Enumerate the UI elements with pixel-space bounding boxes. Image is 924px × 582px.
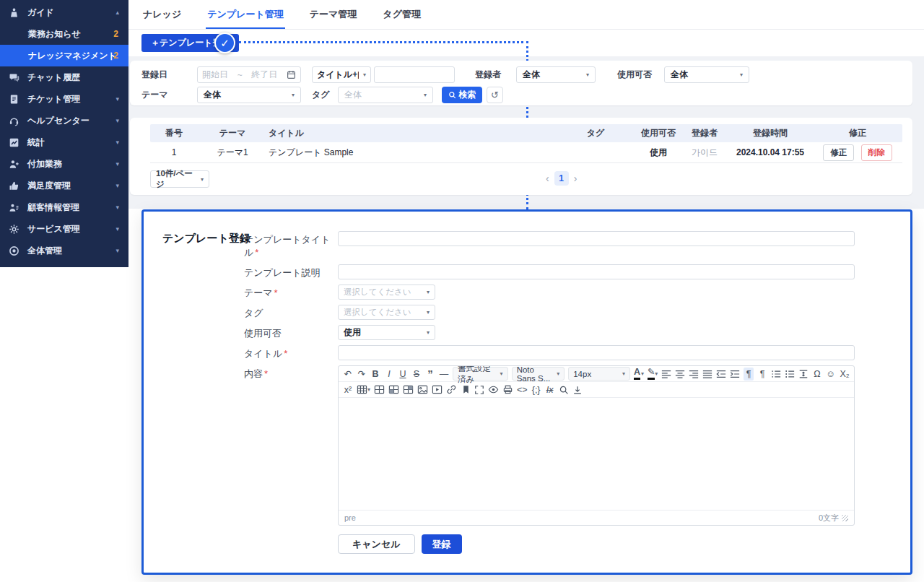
align-left-icon[interactable] xyxy=(661,368,671,381)
stats-icon xyxy=(9,136,20,148)
paragraph-rtl-icon[interactable]: ¶ xyxy=(744,368,754,381)
sidebar-item-guide[interactable]: ガイド ▴ xyxy=(0,1,128,23)
tag-select-modal[interactable]: 選択してください ▾ xyxy=(338,305,435,320)
table-properties-icon[interactable] xyxy=(374,383,385,396)
submit-button[interactable]: 登録 xyxy=(422,534,462,554)
font-size-select[interactable]: 14px ▾ xyxy=(568,367,630,381)
date-range-separator: ~ xyxy=(237,70,243,80)
sidebar-item-label: ガイド xyxy=(27,6,54,19)
align-center-icon[interactable] xyxy=(675,368,685,381)
indent-icon[interactable] xyxy=(730,368,740,381)
bold-icon[interactable]: B xyxy=(370,368,380,381)
chevron-down-icon: ▾ xyxy=(500,370,503,377)
theme-select[interactable]: 全体 ▾ xyxy=(197,87,301,103)
download-icon[interactable] xyxy=(572,383,583,396)
page-number[interactable]: 1 xyxy=(554,171,569,186)
cancel-button[interactable]: キャンセル xyxy=(338,534,415,554)
strikethrough-icon[interactable]: S xyxy=(411,368,422,381)
merge-cells-icon[interactable] xyxy=(403,383,414,396)
sidebar-item-satisfaction-management[interactable]: 満足度管理 ▾ xyxy=(0,175,128,196)
font-family-select[interactable]: Noto Sans S... ▾ xyxy=(512,367,565,381)
availability-select-modal[interactable]: 使用 ▾ xyxy=(338,325,435,340)
font-family-value: Noto Sans S... xyxy=(517,365,553,383)
date-range-input[interactable]: 開始日 ~ 終了日 xyxy=(197,66,301,83)
sidebar-item-customer-info-management[interactable]: 顧客情報管理 ▾ xyxy=(0,196,128,218)
page-size-select[interactable]: 10件/ページ ▾ xyxy=(150,170,209,188)
redo-icon[interactable]: ↷ xyxy=(357,368,367,381)
tab-template-management[interactable]: テンプレート管理 xyxy=(206,8,285,29)
col-header-edit: 修正 xyxy=(813,127,902,139)
prev-page-icon[interactable]: ‹ xyxy=(546,173,549,184)
sidebar-item-service-management[interactable]: サービス管理 ▾ xyxy=(0,218,128,240)
calendar-icon[interactable] xyxy=(287,70,296,79)
link-icon[interactable] xyxy=(446,383,457,396)
line-height-icon[interactable] xyxy=(798,368,808,381)
special-character-icon[interactable]: Ω xyxy=(812,368,822,381)
reset-button[interactable]: ↺ xyxy=(487,87,503,103)
bookmark-icon[interactable] xyxy=(461,383,471,396)
video-icon[interactable] xyxy=(432,383,443,396)
registrant-select[interactable]: 全体 ▾ xyxy=(516,66,596,83)
sidebar-item-ticket-management[interactable]: チケット管理 ▾ xyxy=(0,88,128,110)
editor-content[interactable] xyxy=(339,398,854,510)
format-select[interactable]: 書式設定済み ▾ xyxy=(453,367,508,381)
tab-theme-management[interactable]: テーマ管理 xyxy=(308,8,359,29)
tag-select[interactable]: 全体 ▾ xyxy=(338,87,433,103)
align-right-icon[interactable] xyxy=(689,368,699,381)
field-label-availability: 使用可否 xyxy=(244,325,338,340)
keyword-input[interactable] xyxy=(374,66,455,83)
sidebar-item-chat-history[interactable]: チャット履歴 xyxy=(0,66,128,88)
ordered-list-icon[interactable] xyxy=(771,368,781,381)
preview-icon[interactable] xyxy=(488,383,499,396)
outdent-icon[interactable] xyxy=(716,368,726,381)
required-mark: * xyxy=(274,287,278,298)
theme-select-modal[interactable]: 選択してください ▾ xyxy=(338,285,435,300)
italic-icon[interactable]: I xyxy=(384,368,394,381)
sidebar-item-label: ヘルプセンター xyxy=(27,115,90,127)
clear-format-icon[interactable]: Ix xyxy=(545,383,555,396)
blockquote-icon[interactable]: ” xyxy=(425,368,435,381)
availability-select[interactable]: 全体 ▾ xyxy=(664,66,749,83)
template-desc-input[interactable] xyxy=(338,264,855,279)
underline-icon[interactable]: U xyxy=(398,368,408,381)
horizontal-rule-icon[interactable]: — xyxy=(439,368,449,381)
template-title-input[interactable] xyxy=(338,231,855,246)
subscript-icon[interactable]: X₂ xyxy=(840,368,850,381)
title-input[interactable] xyxy=(338,345,855,360)
highlight-color-icon[interactable]: ✎▾ xyxy=(648,368,658,381)
unordered-list-icon[interactable] xyxy=(785,368,795,381)
thumbs-up-icon xyxy=(9,180,20,191)
resize-handle[interactable] xyxy=(842,515,848,521)
pager: ‹ 1 › xyxy=(546,171,577,186)
paragraph-ltr-icon[interactable]: ¶ xyxy=(757,368,767,381)
code-view-icon[interactable]: <> xyxy=(517,383,528,396)
required-mark: * xyxy=(255,247,258,258)
sidebar-item-statistics[interactable]: 統計 ▾ xyxy=(0,131,128,153)
next-page-icon[interactable]: › xyxy=(574,173,578,184)
check-badge-icon: ✓ xyxy=(214,32,235,53)
sidebar-item-notice[interactable]: 業務お知らせ 2 xyxy=(0,23,128,45)
align-justify-icon[interactable] xyxy=(702,368,712,381)
table-row[interactable]: 1 テーマ1 テンプレート Sample 使用 가이드 2024.10.04 1… xyxy=(150,142,902,163)
search-type-select[interactable]: タイトル+内容 ▾ xyxy=(312,66,371,83)
table-insert-icon[interactable]: ▾ xyxy=(357,383,370,396)
tab-tag-management[interactable]: タグ管理 xyxy=(381,8,422,29)
table-cell-properties-icon[interactable] xyxy=(388,383,399,396)
font-color-icon[interactable]: A▾ xyxy=(634,368,644,381)
search-button[interactable]: 検索 xyxy=(442,87,482,103)
superscript-icon[interactable]: x² xyxy=(343,383,353,396)
delete-button[interactable]: 削除 xyxy=(861,144,892,161)
sidebar-item-additional-work[interactable]: 付加業務 ▾ xyxy=(0,153,128,175)
sidebar-item-help-center[interactable]: ヘルプセンター ▾ xyxy=(0,110,128,131)
emoticon-icon[interactable]: ☺ xyxy=(826,368,836,381)
fullscreen-icon[interactable] xyxy=(474,383,484,396)
tab-knowledge[interactable]: ナレッジ xyxy=(141,8,183,29)
undo-icon[interactable]: ↶ xyxy=(343,368,353,381)
sidebar-item-knowledge-management[interactable]: ナレッジマネジメント 2 xyxy=(0,45,128,66)
print-icon[interactable] xyxy=(502,383,513,396)
image-icon[interactable] xyxy=(417,383,428,396)
find-replace-icon[interactable] xyxy=(559,383,569,396)
sidebar-item-global-management[interactable]: 全体管理 ▾ xyxy=(0,240,128,261)
edit-button[interactable]: 修正 xyxy=(823,144,854,161)
code-block-icon[interactable]: {;} xyxy=(531,383,541,396)
